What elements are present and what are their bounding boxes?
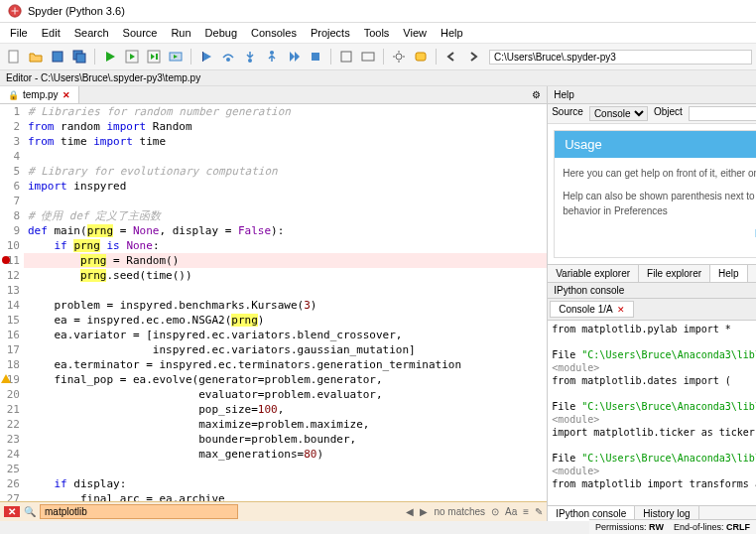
console-header: IPython console [548,283,756,299]
svg-point-16 [396,54,402,60]
tab-file-explorer[interactable]: File explorer [639,265,710,282]
editor-tab-label: temp.py [23,89,59,100]
svg-point-10 [226,58,230,62]
word-toggle[interactable]: ≡ [523,506,529,517]
menu-help[interactable]: Help [435,25,469,41]
console-tab-label: Console 1/A [559,304,612,315]
menu-view[interactable]: View [397,25,433,41]
working-dir-input[interactable] [489,50,752,65]
usage-title: Usage [555,131,756,158]
editor-pane: 🔒 temp.py ✕ ⚙ 1# Libraries for random nu… [0,86,548,521]
new-to-spyder-link[interactable]: New to Spy [563,226,756,241]
fullscreen-button[interactable] [358,47,378,67]
preferences-button[interactable] [389,47,409,67]
menu-file[interactable]: File [4,25,34,41]
regex-toggle[interactable]: ⊙ [491,506,499,517]
debug-button[interactable] [196,47,216,67]
editor-tab[interactable]: 🔒 temp.py ✕ [0,86,79,103]
close-tab-icon[interactable]: ✕ [63,90,70,100]
menu-search[interactable]: Search [68,25,115,41]
back-button[interactable] [441,47,461,67]
new-file-button[interactable] [4,47,24,67]
right-pane: Help Source Console Object Usage Here yo… [548,86,756,521]
menu-consoles[interactable]: Consoles [245,25,303,41]
menu-edit[interactable]: Edit [36,25,66,41]
console-output[interactable]: from matplotlib.pylab import * File "C:\… [548,321,756,505]
run-cell-advance-button[interactable] [144,47,164,67]
svg-rect-7 [156,54,158,60]
source-label: Source [552,106,583,121]
step-into-button[interactable] [240,47,260,67]
menu-tools[interactable]: Tools [358,25,396,41]
console-tab[interactable]: Console 1/A ✕ [550,301,633,318]
svg-rect-2 [53,52,63,62]
statusbar: Permissions: RW End-of-lines: CRLF [589,519,756,534]
save-all-button[interactable] [69,47,89,67]
step-over-button[interactable] [218,47,238,67]
toolbar [0,44,756,70]
open-file-button[interactable] [26,47,46,67]
run-button[interactable] [100,47,120,67]
object-input[interactable] [689,106,756,121]
menu-debug[interactable]: Debug [199,25,243,41]
usage-text-2: Help can also be shown parenthesis next … [563,189,756,218]
svg-rect-4 [76,54,85,63]
titlebar: Spyder (Python 3.6) [0,0,756,23]
case-toggle[interactable]: Aa [505,506,517,517]
save-button[interactable] [48,47,67,67]
forward-button[interactable] [463,47,483,67]
help-source-bar: Source Console Object [548,104,756,124]
tab-help[interactable]: Help [710,265,748,282]
menu-projects[interactable]: Projects [305,25,356,41]
svg-rect-9 [202,52,203,62]
svg-rect-1 [9,51,18,63]
tab-variable-explorer[interactable]: Variable explorer [548,265,639,282]
source-select[interactable]: Console [589,106,648,121]
next-match-button[interactable]: ▶ [420,506,428,517]
highlight-toggle[interactable]: ✎ [535,506,543,517]
help-header: Help [548,86,756,104]
object-label: Object [654,106,683,121]
svg-rect-13 [312,53,319,61]
search-icon: 🔍 [24,506,36,517]
svg-rect-14 [341,52,351,62]
no-matches-label: no matches [434,506,485,517]
maximize-pane-button[interactable] [336,47,356,67]
menu-run[interactable]: Run [165,25,196,41]
svg-rect-15 [362,53,374,61]
editor-tabs: 🔒 temp.py ✕ ⚙ [0,86,547,104]
editor-options-icon[interactable]: ⚙ [526,86,547,103]
find-input[interactable] [40,504,238,519]
usage-panel: Usage Here you can get help on front of … [554,130,756,258]
stop-debug-button[interactable] [306,47,325,67]
step-out-button[interactable] [262,47,282,67]
menubar: FileEditSearchSourceRunDebugConsolesProj… [0,23,756,44]
help-tabs: Variable explorerFile explorerHelp [548,264,756,283]
svg-point-11 [248,59,252,63]
close-console-icon[interactable]: ✕ [617,305,625,315]
window-title: Spyder (Python 3.6) [28,5,125,17]
lock-icon: 🔒 [8,90,19,100]
continue-button[interactable] [284,47,304,67]
spyder-logo-icon [8,4,22,18]
find-bar: ✕ 🔍 ◀ ▶ no matches ⊙ Aa ≡ ✎ [0,501,547,521]
prev-match-button[interactable]: ◀ [406,506,414,517]
run-selection-button[interactable] [166,47,186,67]
editor-path-label: Editor - C:\Users\Bruce\.spyder-py3\temp… [0,70,756,86]
code-editor[interactable]: 1# Libraries for random number generatio… [0,104,547,501]
pythonpath-button[interactable] [411,47,431,67]
usage-text-1: Here you can get help on front of it, ei… [563,166,756,181]
menu-source[interactable]: Source [117,25,164,41]
close-find-button[interactable]: ✕ [4,506,20,517]
run-cell-button[interactable] [122,47,142,67]
svg-point-12 [270,51,274,55]
